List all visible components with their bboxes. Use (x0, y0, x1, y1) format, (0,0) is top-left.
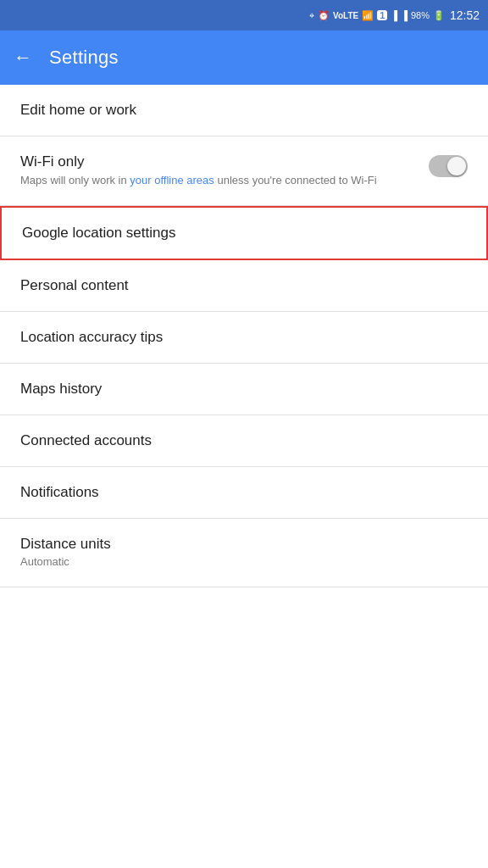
settings-item-google-location[interactable]: Google location settings (0, 206, 488, 260)
settings-item-wifi-only[interactable]: Wi-Fi only Maps will only work in your o… (0, 136, 488, 206)
status-bar: ⌖ ⏰ VoLTE 📶 1 ▐ ▐ 98% 🔋 12:52 (0, 0, 488, 31)
toggle-thumb (447, 157, 466, 175)
page-title: Settings (49, 47, 119, 69)
wifi-item-content: Wi-Fi only Maps will only work in your o… (20, 153, 429, 188)
wifi-icon: 📶 (362, 10, 374, 21)
item-title-google-location: Google location settings (22, 225, 175, 241)
wifi-item-row: Wi-Fi only Maps will only work in your o… (20, 153, 468, 188)
status-icons: ⌖ ⏰ VoLTE 📶 1 ▐ ▐ 98% 🔋 12:52 (309, 8, 480, 22)
item-title-distance-units: Distance units (20, 536, 468, 553)
settings-item-personal-content[interactable]: Personal content (0, 260, 488, 312)
settings-item-distance-units[interactable]: Distance units Automatic (0, 519, 488, 587)
item-title-connected-accounts: Connected accounts (20, 432, 152, 448)
toggle-track (429, 155, 468, 177)
signal-icon-2: ▐ (401, 10, 408, 20)
alarm-icon: ⏰ (318, 10, 330, 21)
back-button[interactable]: ← (14, 47, 32, 69)
time-display: 12:52 (450, 8, 480, 22)
settings-item-edit-home-work[interactable]: Edit home or work (0, 85, 488, 136)
settings-item-notifications[interactable]: Notifications (0, 467, 488, 519)
volte-icon: VoLTE (333, 11, 358, 20)
battery-icon: 🔋 (433, 10, 445, 21)
item-title-wifi-only: Wi-Fi only (20, 153, 415, 170)
settings-item-connected-accounts[interactable]: Connected accounts (0, 415, 488, 467)
item-title-location-accuracy: Location accuracy tips (20, 329, 163, 345)
location-icon: ⌖ (309, 10, 314, 21)
settings-item-location-accuracy[interactable]: Location accuracy tips (0, 312, 488, 364)
item-title-edit-home-work: Edit home or work (20, 102, 136, 118)
offline-areas-link[interactable]: your offline areas (130, 174, 214, 186)
app-bar: ← Settings (0, 31, 488, 85)
notification-badge: 1 (377, 10, 387, 20)
item-subtitle-wifi-only: Maps will only work in your offline area… (20, 173, 415, 188)
settings-list: Edit home or work Wi-Fi only Maps will o… (0, 85, 488, 587)
signal-icon-1: ▐ (391, 10, 397, 20)
settings-item-maps-history[interactable]: Maps history (0, 364, 488, 415)
item-title-personal-content: Personal content (20, 277, 129, 293)
item-title-notifications: Notifications (20, 484, 99, 500)
item-subtitle-distance-units: Automatic (20, 554, 468, 570)
battery-percentage: 98% (411, 10, 430, 20)
item-title-maps-history: Maps history (20, 381, 102, 397)
wifi-only-toggle[interactable] (429, 155, 468, 177)
